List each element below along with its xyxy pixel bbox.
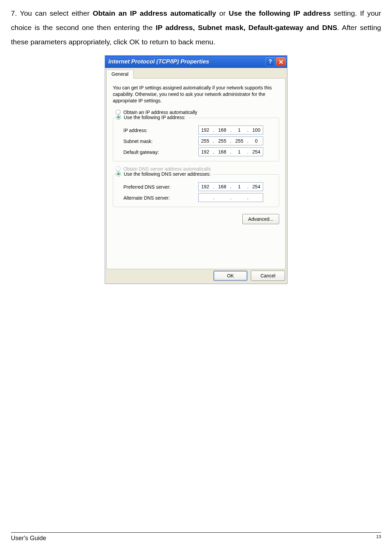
tab-general[interactable]: General: [106, 70, 134, 78]
radio-obtain-dns-auto: Obtain DNS server address automatically: [116, 166, 279, 172]
preferred-dns-label: Preferred DNS server:: [123, 184, 198, 190]
radio-icon: [116, 171, 121, 176]
footer-page-number: 13: [376, 534, 381, 541]
radio-obtain-ip-auto[interactable]: Obtain an IP address automatically: [116, 110, 279, 115]
close-button[interactable]: [276, 57, 286, 66]
ip-address-label: IP address:: [123, 127, 198, 133]
alternate-dns-input[interactable]: . . .: [198, 193, 263, 202]
subnet-mask-label: Subnet mask:: [123, 138, 198, 144]
description-text: You can get IP settings assigned automat…: [113, 85, 279, 104]
static-dns-group: Use the following DNS server addresses: …: [113, 174, 279, 207]
static-ip-group: Use the following IP address: IP address…: [113, 118, 279, 161]
radio-icon: [116, 115, 121, 120]
ip-address-input[interactable]: 192. 168. 1. 100: [198, 126, 263, 134]
ok-button[interactable]: OK: [213, 271, 247, 281]
tab-strip: General: [105, 68, 287, 78]
close-icon: [279, 60, 283, 64]
page-footer: User's Guide 13: [11, 532, 381, 542]
footer-guide-label: User's Guide: [11, 535, 46, 542]
dialog-buttons: OK Cancel: [105, 271, 287, 284]
radio-label: Obtain an IP address automatically: [123, 110, 197, 115]
advanced-button[interactable]: Advanced...: [242, 214, 279, 224]
radio-use-following-dns[interactable]: Use the following DNS server addresses:: [124, 171, 211, 177]
help-button[interactable]: ?: [266, 57, 275, 66]
help-icon: ?: [269, 59, 272, 65]
alternate-dns-label: Alternate DNS server:: [123, 194, 198, 201]
radio-icon: [116, 110, 121, 115]
default-gateway-input[interactable]: 192. 168. 1. 254: [198, 147, 263, 156]
subnet-mask-input[interactable]: 255. 255. 255. 0: [198, 136, 263, 145]
default-gateway-label: Default gateway:: [123, 149, 198, 155]
cancel-button[interactable]: Cancel: [251, 271, 285, 281]
tab-panel-general: You can get IP settings assigned automat…: [106, 78, 286, 269]
instruction-text: 7. You can select either Obtain an IP ad…: [11, 6, 381, 49]
dialog-title: Internet Protocol (TCP/IP) Properties: [108, 58, 265, 65]
dialog-titlebar[interactable]: Internet Protocol (TCP/IP) Properties ?: [105, 56, 287, 68]
radio-icon: [116, 166, 121, 171]
radio-use-following-ip[interactable]: Use the following IP address:: [124, 115, 185, 120]
preferred-dns-input[interactable]: 192. 168. 1. 254: [198, 182, 263, 191]
tcpip-properties-dialog: Internet Protocol (TCP/IP) Properties ? …: [105, 55, 287, 284]
radio-label: Obtain DNS server address automatically: [123, 166, 211, 172]
